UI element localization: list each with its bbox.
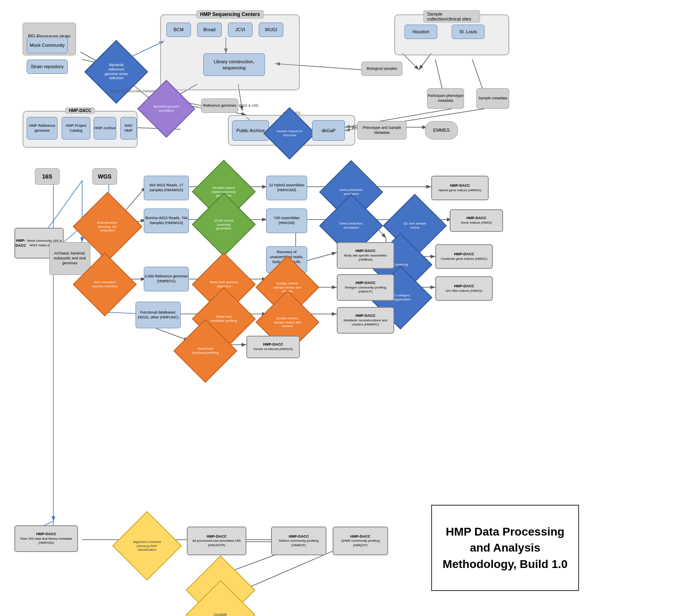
functional-db-box: Functional databases: KEGG, other (HMFUN… bbox=[136, 302, 181, 328]
gene-indices-box: HMP-DACC Gene Indices (HMGI) bbox=[450, 209, 503, 232]
participant-phenotype-label: Participant phenotype metadata bbox=[427, 94, 464, 103]
deduplication-diamond: Deduplication, trimming, QC evaluation bbox=[83, 202, 132, 251]
alignment-chimera-label: Alignment Chimera checking RDP classific… bbox=[133, 540, 161, 552]
library-construction-sequencing-label: Library construction, sequencing bbox=[204, 59, 264, 71]
dbgap-label: dbGaP bbox=[322, 128, 336, 133]
dbgap-box: dbGaP bbox=[312, 120, 345, 141]
human-sequence-removal-diamond: Human sequence Removal bbox=[271, 115, 308, 152]
title-box: HMP Data Processing and Analysis Methodo… bbox=[431, 505, 579, 591]
houston-label: Houston bbox=[413, 29, 430, 34]
library-construction-sequencing-box: Library construction, sequencing bbox=[203, 53, 265, 76]
soap-label: SOAP-based assembly generation bbox=[209, 219, 238, 231]
alignment-chimera-diamond: Alignment Chimera checking RDP classific… bbox=[122, 521, 172, 570]
go-slim-box: HMP-DACC GO Slim indices (HMGS) bbox=[435, 276, 493, 301]
jcvi-label: JCVI bbox=[235, 27, 245, 32]
hmp-project-catalog-label: HMP Project Catalog bbox=[62, 124, 90, 133]
emmes-label: EMMES bbox=[433, 127, 450, 133]
functional-db-label: Functional databases: KEGG, other (HMFUN… bbox=[136, 310, 180, 320]
non-redundant-label: Non-redundant species selection bbox=[90, 280, 119, 288]
non-redundant-diamond: Non-redundant species selection bbox=[82, 262, 127, 307]
read-level-functional-label: Read level functional profiling bbox=[191, 347, 220, 355]
gene-pred-2-diamond: Gene prediction, annotation bbox=[329, 203, 374, 248]
wgs-16s-label: WGS & 16S bbox=[236, 101, 261, 111]
phenotype-metadata-box: Phenotype and Sample Metadata bbox=[357, 121, 407, 140]
bcm-label: BCM bbox=[174, 27, 184, 32]
sample-metadata-box: Sample metadata bbox=[476, 88, 509, 109]
broad-label: Broad bbox=[203, 27, 215, 32]
st-louis-label: St. Louis bbox=[460, 29, 477, 34]
reference-genomes-label: Reference genomes bbox=[203, 103, 236, 108]
public-archive-label: Public Archive bbox=[236, 128, 264, 133]
public-archive-box: Public Archive bbox=[232, 120, 269, 141]
bacterial-genome-annotation-label: Bacterial genome annotation bbox=[152, 105, 181, 112]
quiime-diamond: QUIIME bbox=[196, 590, 245, 616]
genes-of-interest-box: HMP-DACC Genes of interest (HMGOI) bbox=[246, 336, 300, 358]
hmp-ref-genomes-label: HMP Reference genomes bbox=[27, 124, 57, 133]
hm16str-box: HMP-DACC All processed and annotated 16S… bbox=[187, 527, 246, 555]
read-level-metabolic-label: Read level metabolic profiling bbox=[209, 315, 238, 323]
12-hybrid-label: 12 Hybrid assemblies (HMHASM) bbox=[267, 183, 307, 192]
wugi-label: WUGI bbox=[265, 27, 277, 32]
clustered-gene-box: HMP-DACC Clustered gene indices (HMGC) bbox=[435, 244, 493, 269]
biological-samples-box: Biological samples bbox=[361, 62, 402, 76]
img-hmp-label: IMG/ HMP bbox=[121, 124, 136, 133]
mock-community-label: Mock Community bbox=[30, 42, 65, 48]
diagram-container: BEI Resources strain repository Mock Com… bbox=[0, 0, 678, 616]
qc2-label: Quality control, sample review and relea… bbox=[273, 316, 302, 328]
sample-metadata-label: Sample metadata bbox=[478, 96, 508, 101]
svg-line-6 bbox=[402, 53, 419, 70]
hmp-archive-box: HMP Archive bbox=[94, 117, 116, 140]
img-hmp-box: IMG/ HMP bbox=[120, 117, 137, 140]
wgs-label: WGS bbox=[98, 173, 111, 180]
participant-phenotype-box: Participant phenotype metadata bbox=[427, 88, 464, 109]
16s-label: 16S bbox=[42, 173, 53, 180]
mothur-community-box: HMP-DACC Mothur community profiling (HMM… bbox=[271, 527, 326, 555]
jcvi-box: JCVI bbox=[228, 23, 253, 37]
sample-collection-label: Sample collection/clinical sites bbox=[423, 10, 480, 23]
hmp-project-catalog-box: HMP Project Catalog bbox=[62, 117, 90, 140]
phenotype-metadata-label: Phenotype and Sample Metadata bbox=[358, 126, 406, 135]
broad-box: Broad bbox=[197, 23, 222, 37]
strain-repository-box: Strain repository bbox=[27, 60, 68, 74]
metabolic-rec-box: HMP-DACC Metabolic reconstructions and c… bbox=[337, 307, 394, 334]
wgs-16s-text: WGS & 16S bbox=[239, 103, 259, 108]
749-assemblies-box: 749 Assemblies (HMASM) bbox=[266, 208, 307, 233]
soap-diamond: SOAP-based assembly generation bbox=[201, 202, 246, 247]
hmbsa-box: HMP-DACC Body site specific assemblies (… bbox=[337, 242, 394, 269]
illumina-wgs-box: Illumina WGS Reads, 764 Samples (HMIWGS) bbox=[144, 208, 189, 233]
svg-line-7 bbox=[419, 53, 431, 70]
16s-node: 16S bbox=[35, 168, 60, 185]
deduplication-label: Deduplication, trimming, QC evaluation bbox=[93, 221, 122, 233]
bcm-box: BCM bbox=[166, 23, 191, 37]
hmp-dacc-top-label: HMP-DACC bbox=[65, 108, 95, 114]
st-louis-box: St. Louis bbox=[452, 25, 485, 39]
3096-ref-label: 3,096 Reference genomes (HMREFG) bbox=[144, 274, 188, 284]
title-text: HMP Data Processing and Analysis Methodo… bbox=[440, 524, 570, 572]
hmr16s-box: HMP-DACC Raw 16S data and library metada… bbox=[14, 525, 78, 552]
houston-box: Houston bbox=[405, 25, 437, 39]
human-sequence-removal-label: Human sequence Removal bbox=[275, 129, 304, 137]
illumina-wgs-label: Illumina WGS Reads, 764 Samples (HMIWGS) bbox=[144, 216, 188, 225]
emmes-box: EMMES bbox=[425, 121, 458, 140]
hybrid-gene-indices-box: HMP-DACC Hybrid gene indices (HMHGI) bbox=[431, 176, 489, 200]
qiime-community-box: HMP-DACC QIIME community profiling (HMQC… bbox=[333, 527, 388, 555]
12-hybrid-box: 12 Hybrid assemblies (HMHASM) bbox=[266, 176, 307, 200]
qc-sample-review-label: QC and sample review bbox=[400, 222, 429, 229]
read-level-functional-diamond: Read level functional profiling bbox=[183, 328, 228, 373]
454-wgs-label: 454 WGS Reads, 17 samples (HM4WGS) bbox=[144, 183, 188, 192]
hmp-sequencing-centers-label: HMP Sequencing Centers bbox=[196, 10, 264, 18]
3096-ref-box: 3,096 Reference genomes (HMREFG) bbox=[144, 267, 189, 291]
mock-community-box: Mock Community bbox=[27, 37, 68, 53]
quiime-label: QUIIME bbox=[214, 613, 227, 616]
wugi-box: WUGI bbox=[259, 23, 283, 37]
454-wgs-box: 454 WGS Reads, 17 samples (HM4WGS) bbox=[144, 176, 189, 200]
reference-genomes-box: Reference genomes bbox=[201, 98, 238, 113]
biological-samples-label: Biological samples bbox=[367, 66, 398, 71]
bacterial-ref-genome-label: Bacterial reference genome strain select… bbox=[102, 63, 131, 80]
gene-pred-2-label: Gene prediction, annotation bbox=[337, 222, 365, 229]
bacterial-genome-annotation-diamond: Bacterial genome annotation bbox=[146, 88, 187, 129]
hmscp-box: HMP-DACC Shotgun community profiling (HM… bbox=[337, 274, 394, 301]
hmp-ref-genomes-box: HMP Reference genomes bbox=[27, 117, 57, 140]
hmp-archive-label: HMP Archive bbox=[94, 126, 116, 131]
strain-repository-label: Strain repository bbox=[31, 64, 64, 69]
